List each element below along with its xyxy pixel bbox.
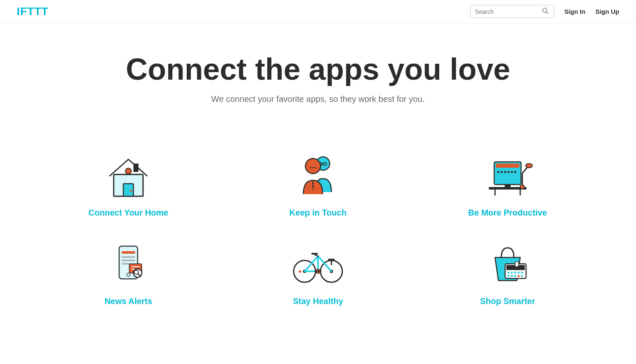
svg-point-67 <box>521 272 523 274</box>
svg-point-28 <box>514 171 516 173</box>
categories-section: Connect Your Home Keep in Touch <box>0 121 636 340</box>
svg-point-72 <box>521 275 523 277</box>
computer-icon <box>482 150 533 200</box>
search-input[interactable] <box>475 8 542 15</box>
svg-rect-22 <box>496 164 519 168</box>
svg-rect-4 <box>123 184 133 196</box>
svg-point-32 <box>520 185 524 189</box>
svg-rect-38 <box>122 263 130 265</box>
hero-subtitle: We connect your favorite apps, so they w… <box>17 94 619 104</box>
svg-point-26 <box>507 171 509 173</box>
svg-point-15 <box>312 182 314 184</box>
header-right: Sign In Sign Up <box>470 5 619 18</box>
svg-line-56 <box>315 255 318 256</box>
svg-point-66 <box>517 272 519 274</box>
people-icon <box>293 150 343 200</box>
connect-home-label: Connect Your Home <box>89 208 168 218</box>
svg-point-70 <box>514 275 516 277</box>
header: IFTTT Sign In Sign Up <box>0 0 636 23</box>
svg-line-50 <box>305 256 318 271</box>
category-keep-touch[interactable]: Keep in Touch <box>223 138 413 226</box>
svg-rect-60 <box>299 270 301 273</box>
svg-point-25 <box>504 171 506 173</box>
shop-smarter-label: Shop Smarter <box>480 296 535 306</box>
hero-section: Connect the apps you love We connect you… <box>0 23 636 121</box>
shop-icon <box>482 239 533 289</box>
category-stay-healthy[interactable]: Stay Healthy <box>223 226 413 315</box>
svg-rect-36 <box>122 256 135 258</box>
svg-point-71 <box>517 275 519 277</box>
svg-point-69 <box>511 275 513 277</box>
svg-point-12 <box>305 159 321 174</box>
news-alerts-label: News Alerts <box>104 296 152 306</box>
category-shop-smarter[interactable]: Shop Smarter <box>413 226 602 315</box>
hero-title: Connect the apps you love <box>17 53 619 86</box>
category-news-alerts[interactable]: News Alerts <box>34 226 223 315</box>
search-wrapper <box>470 5 554 18</box>
logo[interactable]: IFTTT <box>17 5 49 18</box>
svg-point-65 <box>514 272 516 274</box>
svg-point-68 <box>507 275 509 277</box>
svg-line-30 <box>522 167 528 173</box>
svg-point-7 <box>125 168 131 174</box>
search-icon <box>542 8 549 14</box>
signup-link[interactable]: Sign Up <box>595 8 619 15</box>
signin-link[interactable]: Sign In <box>564 8 585 15</box>
svg-point-23 <box>497 171 499 173</box>
news-icon <box>103 239 154 289</box>
keep-touch-label: Keep in Touch <box>289 208 347 218</box>
stay-healthy-label: Stay Healthy <box>293 296 343 306</box>
svg-point-64 <box>511 272 513 274</box>
svg-point-31 <box>526 164 532 168</box>
category-productive[interactable]: Be More Productive <box>413 138 602 226</box>
svg-line-51 <box>318 256 331 271</box>
svg-rect-37 <box>122 260 135 261</box>
house-icon <box>103 150 154 200</box>
svg-point-27 <box>511 171 513 173</box>
svg-point-5 <box>130 190 132 192</box>
svg-point-24 <box>500 171 503 173</box>
bike-icon <box>293 239 343 289</box>
category-connect-home[interactable]: Connect Your Home <box>34 138 223 226</box>
svg-point-16 <box>312 185 314 187</box>
search-button[interactable] <box>542 8 549 16</box>
productive-label: Be More Productive <box>468 208 547 218</box>
svg-rect-35 <box>122 251 135 254</box>
svg-rect-6 <box>133 164 138 172</box>
svg-rect-73 <box>515 262 519 267</box>
svg-line-1 <box>547 12 548 14</box>
svg-point-63 <box>507 272 509 274</box>
